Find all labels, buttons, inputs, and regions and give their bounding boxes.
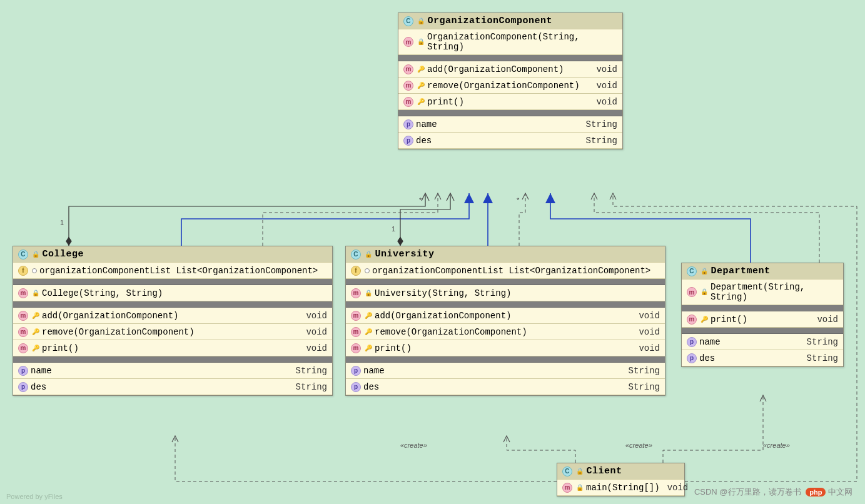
constructor-row: m 🔒 University(String, String) bbox=[346, 285, 665, 301]
method-icon: m bbox=[403, 97, 413, 107]
csdn-text: CSDN @行万里路，读万卷书 bbox=[694, 487, 801, 496]
key-icon: 🔑 bbox=[32, 328, 39, 336]
separator bbox=[13, 301, 332, 308]
lock-icon: 🔒 bbox=[365, 251, 373, 258]
method-name: add(OrganizationComponent) bbox=[427, 64, 589, 74]
class-department: C 🔒 Department m 🔒 Department(String, St… bbox=[681, 263, 844, 367]
multiplicity-star: * bbox=[419, 196, 422, 204]
method-icon: m bbox=[403, 37, 413, 47]
constructor-row: m 🔒 College(String, String) bbox=[13, 285, 332, 301]
property-row: p des String bbox=[346, 379, 665, 395]
ctor-name: OrganizationComponent(String, String) bbox=[427, 32, 617, 52]
property-name: des bbox=[31, 382, 288, 392]
class-header: C 🔒 College bbox=[13, 246, 332, 263]
multiplicity-star-2: * bbox=[517, 196, 520, 204]
property-type: String bbox=[807, 337, 838, 347]
method-icon: m bbox=[351, 311, 361, 321]
key-icon: 🔑 bbox=[417, 82, 425, 89]
key-icon: 🔑 bbox=[365, 328, 372, 336]
class-university: C 🔒 University f organizationComponentLi… bbox=[345, 246, 665, 396]
class-name: College bbox=[43, 249, 84, 260]
field-name: organizationComponentList List<Organizat… bbox=[39, 266, 327, 276]
class-icon: C bbox=[687, 266, 697, 276]
key-icon: 🔑 bbox=[417, 66, 425, 73]
field-icon: f bbox=[18, 266, 28, 276]
method-name: print() bbox=[427, 97, 589, 107]
multiplicity-one-2: 1 bbox=[392, 225, 395, 233]
method-type: void bbox=[667, 483, 689, 493]
method-type: void bbox=[306, 343, 327, 353]
class-header: C 🔒 Department bbox=[682, 263, 843, 280]
class-organization-component: C 🔒 OrganizationComponent m 🔒 Organizati… bbox=[398, 13, 623, 149]
property-name: name bbox=[363, 366, 621, 376]
property-type: String bbox=[629, 382, 660, 392]
method-row: m 🔒 main(String[]) void bbox=[557, 480, 684, 496]
property-name: des bbox=[416, 136, 579, 146]
property-type: String bbox=[807, 353, 838, 363]
method-row: m🔑 remove(OrganizationComponent) void bbox=[346, 324, 665, 340]
property-icon: p bbox=[18, 366, 28, 376]
method-icon: m bbox=[351, 327, 361, 337]
field-name: organizationComponentList List<Organizat… bbox=[372, 266, 660, 276]
class-name: University bbox=[375, 249, 435, 260]
class-header: C 🔒 OrganizationComponent bbox=[398, 13, 622, 29]
lock-icon: 🔒 bbox=[417, 38, 425, 46]
property-icon: p bbox=[687, 337, 697, 347]
method-icon: m bbox=[403, 64, 413, 74]
property-type: String bbox=[296, 382, 327, 392]
property-name: name bbox=[416, 119, 579, 129]
property-icon: p bbox=[403, 136, 413, 146]
open-dot-icon bbox=[365, 268, 370, 273]
open-dot-icon bbox=[32, 268, 37, 273]
separator bbox=[346, 356, 665, 363]
property-name: des bbox=[363, 382, 621, 392]
property-name: name bbox=[31, 366, 288, 376]
ctor-name: Department(String, String) bbox=[711, 282, 838, 302]
create-label-1: «create» bbox=[400, 441, 427, 449]
property-icon: p bbox=[351, 382, 361, 392]
lock-icon: 🔒 bbox=[701, 288, 708, 296]
class-college: C 🔒 College f organizationComponentList … bbox=[13, 246, 333, 396]
property-icon: p bbox=[687, 353, 697, 363]
property-type: String bbox=[586, 136, 617, 146]
lock-icon: 🔒 bbox=[576, 468, 584, 475]
key-icon: 🔑 bbox=[32, 312, 39, 320]
php-badge: php bbox=[806, 488, 826, 496]
method-icon: m bbox=[18, 288, 28, 298]
class-name: OrganizationComponent bbox=[428, 16, 553, 26]
key-icon: 🔑 bbox=[32, 345, 39, 352]
method-icon: m bbox=[18, 311, 28, 321]
class-header: C 🔒 University bbox=[346, 246, 665, 263]
method-row: m 🔑 remove(OrganizationComponent) void bbox=[398, 78, 622, 94]
key-icon: 🔑 bbox=[417, 98, 425, 106]
method-name: add(OrganizationComponent) bbox=[42, 311, 298, 321]
ctor-name: University(String, String) bbox=[375, 288, 660, 298]
method-icon: m bbox=[351, 288, 361, 298]
separator bbox=[682, 305, 843, 311]
method-icon: m bbox=[18, 327, 28, 337]
class-name: Client bbox=[587, 466, 622, 476]
method-name: print() bbox=[375, 343, 631, 353]
property-icon: p bbox=[403, 119, 413, 129]
property-row: p des String bbox=[682, 350, 843, 366]
method-type: void bbox=[596, 64, 617, 74]
property-row: p des String bbox=[13, 379, 332, 395]
method-row: m🔑 add(OrganizationComponent) void bbox=[346, 308, 665, 324]
method-name: remove(OrganizationComponent) bbox=[42, 327, 298, 337]
key-icon: 🔑 bbox=[365, 312, 372, 320]
method-name: remove(OrganizationComponent) bbox=[427, 81, 589, 91]
property-type: String bbox=[629, 366, 660, 376]
separator bbox=[13, 279, 332, 285]
method-icon: m bbox=[351, 343, 361, 353]
property-row: p name String bbox=[682, 334, 843, 350]
class-name: Department bbox=[711, 266, 771, 276]
property-icon: p bbox=[18, 382, 28, 392]
method-row: m 🔑 print() void bbox=[398, 94, 622, 110]
method-type: void bbox=[639, 311, 660, 321]
separator bbox=[13, 356, 332, 363]
class-header: C 🔒 Client bbox=[557, 463, 684, 480]
method-type: void bbox=[596, 81, 617, 91]
lock-icon: 🔒 bbox=[32, 290, 39, 297]
lock-icon: 🔒 bbox=[701, 268, 709, 275]
method-type: void bbox=[817, 315, 838, 325]
